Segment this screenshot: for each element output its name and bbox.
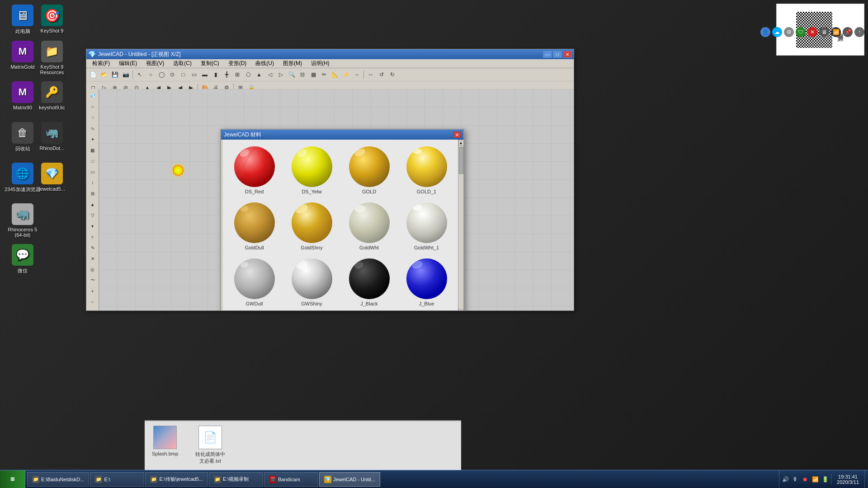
tb-cam[interactable]: 📷: [121, 70, 131, 80]
close-button[interactable]: ✕: [563, 51, 572, 58]
desktop-icon-jewelcad5[interactable]: 💎 jewelcad5...: [34, 163, 70, 192]
start-button[interactable]: ⊞: [0, 470, 25, 488]
tb-cursor[interactable]: ↖: [135, 70, 145, 80]
tray-cloud-icon[interactable]: ☁: [772, 27, 782, 37]
tb-save[interactable]: 💾: [110, 70, 120, 80]
tb-new[interactable]: 📄: [88, 70, 98, 80]
sb-star[interactable]: ✦: [88, 134, 98, 144]
sb-move[interactable]: ↕: [88, 178, 98, 188]
menu-copy[interactable]: 复制(C): [197, 58, 223, 69]
tb-square[interactable]: □: [178, 70, 188, 80]
tb-grid[interactable]: ▦: [308, 70, 318, 80]
taskbar-item-1[interactable]: 📁 E:\: [90, 472, 144, 487]
material-item-ds-red[interactable]: DS_Red: [226, 143, 282, 197]
tb-rect2[interactable]: ▬: [200, 70, 210, 80]
tb-tri3[interactable]: ▷: [276, 70, 286, 80]
sb-ring[interactable]: ○: [88, 102, 98, 112]
tb-bolt[interactable]: ⚡: [341, 70, 351, 80]
tray-shield-icon[interactable]: 🛡: [796, 27, 806, 37]
material-grid-scroll[interactable]: DS_Red: [223, 140, 458, 310]
file-item-txt[interactable]: 📄 转化成简体中文必看.txt: [194, 426, 226, 465]
scroll-down-btn[interactable]: ▼: [458, 309, 464, 310]
tray-user-icon[interactable]: 👤: [760, 27, 770, 37]
tb-dot[interactable]: ⊙: [167, 70, 177, 80]
sb-dots[interactable]: ⁘: [88, 113, 98, 122]
sb-curve[interactable]: ∿: [88, 123, 98, 133]
sb-arrow-dn[interactable]: ▽: [88, 210, 98, 220]
file-item-splash[interactable]: Splash.bmp: [149, 426, 181, 456]
sb-tri3[interactable]: ▾: [88, 221, 98, 231]
scrollbar[interactable]: ▲ ▼: [458, 140, 463, 310]
taskbar-item-4[interactable]: 🎬 Bandicam: [264, 472, 318, 487]
tray-wifi-icon[interactable]: 📶: [811, 475, 819, 483]
menu-view[interactable]: 视图(V): [142, 58, 168, 69]
menu-edit[interactable]: 编辑(E): [115, 58, 141, 69]
sb-pencil[interactable]: ✎: [88, 243, 98, 253]
minimize-button[interactable]: —: [543, 51, 552, 58]
sb-box[interactable]: □: [88, 156, 98, 166]
sb-frame[interactable]: ▭: [88, 167, 98, 177]
sb-wave[interactable]: 〜: [88, 275, 98, 285]
tb-redo[interactable]: ↻: [387, 70, 397, 80]
material-item-gwshiny[interactable]: GWShiny: [284, 255, 340, 310]
material-item-gwdull[interactable]: GWDull: [226, 255, 282, 310]
tray-x-icon[interactable]: ✕: [807, 27, 817, 37]
sb-tri4[interactable]: ▿: [88, 232, 98, 242]
tray-record-icon[interactable]: ⏺: [801, 475, 809, 483]
material-item-golddull[interactable]: GoldDull: [226, 199, 282, 253]
taskbar-clock[interactable]: 19:31:41 2020/3/11: [831, 474, 864, 485]
tb-hex[interactable]: ⬡: [243, 70, 253, 80]
tb-arrow[interactable]: →: [352, 70, 362, 80]
show-desktop-btn[interactable]: [864, 470, 868, 488]
desktop-icon-keyshot9-lic[interactable]: 🔑 keyshot9.lic: [34, 81, 70, 110]
tb-pencil[interactable]: ✏: [319, 70, 329, 80]
tb-rect[interactable]: ▭: [189, 70, 199, 80]
tray-pin-icon[interactable]: 📌: [843, 27, 853, 37]
tb-measure[interactable]: 📐: [330, 70, 340, 80]
menu-curve[interactable]: 曲线(U): [251, 58, 278, 69]
material-item-goldwht1[interactable]: GoldWht_1: [399, 199, 454, 253]
tb-undo[interactable]: ↺: [377, 70, 387, 80]
tray-mic-icon[interactable]: 🎙: [791, 475, 799, 483]
tb-tri2[interactable]: ◁: [265, 70, 275, 80]
menu-shape[interactable]: 图形(M): [279, 58, 306, 69]
maximize-button[interactable]: □: [553, 51, 562, 58]
tb-plus[interactable]: ╋: [222, 70, 231, 80]
tray-arrow-icon[interactable]: ↑: [854, 27, 864, 37]
material-item-gold[interactable]: GOLD: [341, 143, 397, 197]
tb-plus2[interactable]: ⊞: [232, 70, 242, 80]
desktop-icon-keyshot9-resources[interactable]: 📁 KeyShot 9 Resources: [34, 41, 70, 75]
tray-monitor-icon[interactable]: 🖥: [819, 27, 829, 37]
tb-zoom-out[interactable]: ⊟: [297, 70, 307, 80]
material-item-goldshny[interactable]: GoldShny: [284, 199, 340, 253]
tb-zoom-in[interactable]: 🔍: [287, 70, 297, 80]
tb-tri1[interactable]: ▲: [254, 70, 264, 80]
sb-grid[interactable]: ▦: [88, 145, 98, 155]
material-item-ds-yel[interactable]: DS_Yelw: [284, 143, 340, 197]
desktop-icon-rhinoceros5[interactable]: 🦏 Rhinoceros 5 (64-bit): [5, 203, 41, 238]
menu-transform[interactable]: 变形(D): [224, 58, 251, 69]
tray-net-icon[interactable]: 📶: [831, 27, 841, 37]
material-item-goldwht[interactable]: GoldWht: [341, 199, 397, 253]
menu-search[interactable]: 检索(F): [88, 58, 114, 69]
sb-scale[interactable]: ⊞: [88, 188, 98, 198]
sb-circle[interactable]: ◎: [88, 264, 98, 274]
menu-help[interactable]: 说明(H): [307, 58, 334, 69]
tb-open[interactable]: 📂: [99, 70, 109, 80]
scroll-up-btn[interactable]: ▲: [458, 140, 464, 146]
sb-minus[interactable]: −: [88, 297, 98, 307]
desktop-icon-rhinodot[interactable]: 🦏 RhinoDot...: [34, 122, 70, 151]
taskbar-item-5[interactable]: 💎 JewelCAD - Untit...: [319, 472, 380, 487]
sb-plus[interactable]: +: [88, 286, 98, 296]
tray-gear1-icon[interactable]: ⚙: [784, 27, 794, 37]
tb-rect3[interactable]: ▮: [211, 70, 221, 80]
tray-volume-icon[interactable]: 🔊: [781, 475, 789, 483]
taskbar-item-0[interactable]: 📁 E:\BaiduNetdiskD...: [27, 472, 89, 487]
menu-select[interactable]: 选取(C): [169, 58, 196, 69]
taskbar-item-2[interactable]: 📁 E:\传输\jewelcad5...: [145, 472, 208, 487]
tb-circle[interactable]: ○: [146, 70, 156, 80]
tb-circle2[interactable]: ◯: [156, 70, 166, 80]
scroll-thumb[interactable]: [459, 147, 463, 174]
sb-gem[interactable]: 💎: [88, 91, 98, 101]
dialog-close-button[interactable]: ✕: [453, 131, 461, 138]
